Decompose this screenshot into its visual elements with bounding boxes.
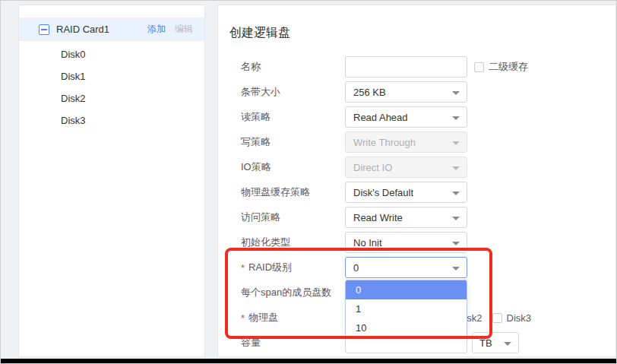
chevron-down-icon [452,116,460,120]
read-policy-value: Read Ahead [353,112,408,123]
disk3-checkbox-label: Disk3 [507,312,532,324]
init-type-value: No Init [353,237,382,248]
raid-level-label-text: RAID级别 [248,261,292,274]
add-link[interactable]: 添加 [147,23,166,36]
chevron-down-icon [452,242,460,245]
io-policy-label: IO策略 [218,160,345,174]
required-asterisk: * [241,262,245,274]
stripe-size-label: 条带大小 [218,85,345,99]
access-policy-value: Read Write [353,212,403,223]
form-row-raid-level: * RAID级别 0 [218,257,615,278]
span-members-label: 每个span的成员盘数 [218,286,345,299]
form-row-read-policy: 读策略 Read Ahead [218,106,615,128]
form-row-write-policy: 写策略 Write Through [218,131,615,153]
disk-list: Disk0 Disk1 Disk2 Disk3 [19,43,204,131]
stripe-size-select[interactable]: 256 KB [345,81,467,103]
form-row-name: 名称 二级缓存 [218,56,615,78]
window-bottom-edge [1,359,616,364]
physical-disk-option-disk3: Disk3 [492,312,532,324]
dropdown-option-1[interactable]: 1 [346,299,467,318]
disk-cache-policy-select[interactable]: Disk's Default [345,182,467,203]
write-policy-value: Write Through [353,137,416,148]
physical-disks-label-text: 物理盘 [248,311,278,324]
chevron-down-icon [452,267,460,271]
chevron-down-icon [452,191,460,195]
chevron-down-icon [452,166,460,170]
secondary-cache-checkbox[interactable] [474,62,484,72]
page-title: 创建逻辑盘 [229,25,290,41]
form-row-io-policy: IO策略 Direct IO [218,157,615,178]
create-logical-disk-panel: 创建逻辑盘 名称 二级缓存 条带大小 256 KB 读策略 [217,5,616,357]
tree-node-disk0[interactable]: Disk0 [19,43,204,65]
write-policy-label: 写策略 [218,135,345,149]
form-row-stripe-size: 条带大小 256 KB [218,81,615,103]
physical-disks-label: * 物理盘 [218,311,345,324]
init-type-label: 初始化类型 [218,236,345,249]
screenshot-root: RAID Card1 添加 编辑 Disk0 Disk1 Disk2 Disk3… [0,0,617,364]
raid-level-label: * RAID级别 [218,261,345,274]
tree-node-disk3[interactable]: Disk3 [19,109,204,131]
form-row-init-type: 初始化类型 No Init [218,232,615,253]
dropdown-option-10[interactable]: 10 [346,318,467,337]
init-type-select[interactable]: No Init [345,232,467,253]
tree-node-disk2[interactable]: Disk2 [19,87,204,109]
minus-glyph [41,29,47,30]
capacity-label: 容量 [218,336,345,350]
io-policy-select: Direct IO [345,157,467,178]
name-input[interactable] [345,56,467,78]
device-tree-panel: RAID Card1 添加 编辑 Disk0 Disk1 Disk2 Disk3 [18,5,205,357]
tree-row-actions: 添加 编辑 [147,23,193,36]
access-policy-select[interactable]: Read Write [345,207,467,228]
secondary-cache-label: 二级缓存 [489,60,528,74]
collapse-icon[interactable] [39,24,49,35]
chevron-down-icon [504,342,511,346]
dropdown-option-0[interactable]: 0 [346,280,467,299]
tree-node-disk1[interactable]: Disk1 [19,65,204,87]
required-asterisk: * [241,312,245,324]
disk-cache-policy-label: 物理盘缓存策略 [218,185,345,199]
io-policy-value: Direct IO [353,162,392,173]
raid-level-value: 0 [353,262,359,274]
chevron-down-icon [452,141,460,145]
chevron-down-icon [452,217,460,220]
capacity-unit-select[interactable]: TB [472,332,519,353]
tree-node-raid-card[interactable]: RAID Card1 添加 编辑 [19,17,204,41]
edit-link[interactable]: 编辑 [175,23,193,36]
secondary-cache-option: 二级缓存 [474,60,528,74]
disk-cache-policy-value: Disk's Default [353,187,413,198]
name-label: 名称 [218,60,345,74]
capacity-unit-value: TB [479,337,492,349]
raid-level-dropdown: 0 1 10 [345,280,467,338]
form-row-access-policy: 访问策略 Read Write [218,207,615,228]
raid-level-select[interactable]: 0 [345,257,467,278]
stripe-size-value: 256 KB [353,87,386,98]
read-policy-label: 读策略 [218,110,345,124]
access-policy-label: 访问策略 [218,210,345,224]
disk3-checkbox[interactable] [492,313,502,323]
chevron-down-icon [452,91,460,95]
read-policy-select[interactable]: Read Ahead [345,106,467,128]
tree-node-label: RAID Card1 [56,24,147,35]
form-row-disk-cache-policy: 物理盘缓存策略 Disk's Default [218,182,615,203]
write-policy-select: Write Through [345,131,467,153]
